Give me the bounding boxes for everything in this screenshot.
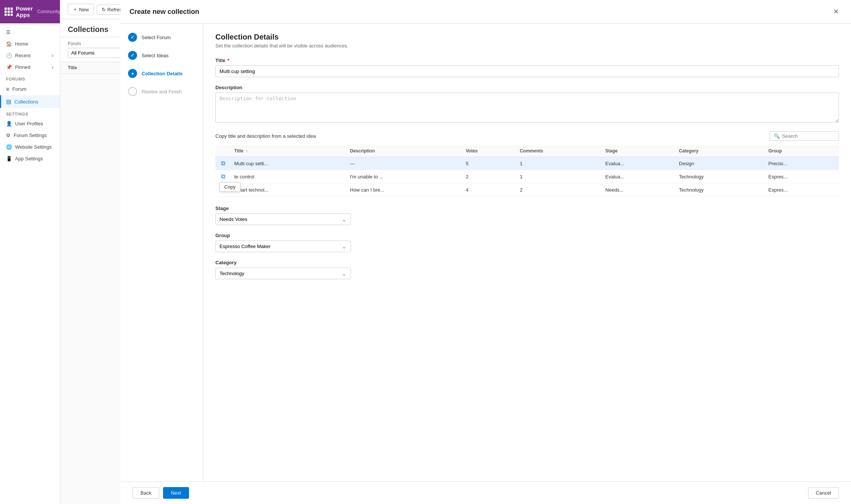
col-stage-header: Stage	[602, 145, 675, 157]
table-row: ⧉ Multi cup setti... --- 5 1 Evalua... D…	[215, 157, 839, 170]
stage-field: Stage Needs Votes Under Review Completed	[215, 206, 839, 225]
hamburger-icon: ☰	[6, 29, 11, 35]
copy-icon-1[interactable]: ⧉	[220, 159, 227, 167]
user-profiles-icon: 👤	[6, 121, 12, 126]
step-select-forum: ✓ Select Forum	[128, 33, 195, 42]
sidebar-item-home[interactable]: 🏠 Home	[0, 38, 60, 50]
sidebar-item-recent[interactable]: 🕐 Recent ∨	[0, 50, 60, 61]
refresh-icon: ↻	[102, 7, 106, 12]
row-category-2: Technology	[675, 170, 765, 183]
app-settings-icon: 📱	[6, 156, 12, 161]
group-field: Group Espresso Coffee Maker Precision Gr…	[215, 233, 839, 252]
col-votes-header: Votes	[462, 145, 516, 157]
collections-title-text: Collections	[68, 25, 108, 33]
stage-select[interactable]: Needs Votes Under Review Completed	[215, 213, 351, 225]
app-settings-label: App Settings	[15, 156, 54, 161]
step-select-ideas: ✓ Select Ideas	[128, 51, 195, 60]
row-title-1: Multi cup setti...	[230, 157, 346, 170]
sidebar-item-forum-settings[interactable]: ⚙ Forum Settings	[0, 129, 60, 141]
row-stage-1: Evalua...	[602, 157, 675, 170]
group-select-wrapper: Espresso Coffee Maker Precision Grinder	[215, 241, 351, 252]
forums-section-label: Forums	[0, 73, 60, 83]
col-group-header: Group	[765, 145, 839, 157]
title-input[interactable]	[215, 65, 839, 77]
step-label-details: Collection Details	[142, 71, 183, 76]
category-select[interactable]: Technology Design Other	[215, 268, 351, 279]
app-context: Community	[37, 9, 60, 14]
row-comments-3: 2	[516, 183, 601, 196]
cancel-button[interactable]: Cancel	[808, 487, 839, 499]
table-row: ⧉ Copy te control I'm unable to ... 2 1 …	[215, 170, 839, 183]
form-section-title: Collection Details	[215, 33, 839, 41]
app-name: Power Apps	[16, 5, 33, 18]
description-label: Description	[215, 85, 839, 90]
row-title-2: te control	[230, 170, 346, 183]
chevron-down-icon: ∨	[51, 53, 54, 58]
row-votes-2: 2	[462, 170, 516, 183]
next-button[interactable]: Next	[163, 487, 189, 499]
col-description-header: Description	[346, 145, 462, 157]
sidebar-item-user-profiles[interactable]: 👤 User Profiles	[0, 118, 60, 129]
row-category-1: Design	[675, 157, 765, 170]
copy-icon-2[interactable]: ⧉	[220, 172, 227, 180]
description-textarea[interactable]	[215, 93, 839, 123]
copy-cell-1: ⧉	[215, 157, 230, 170]
col-title-header[interactable]: Title ↑	[230, 145, 346, 157]
back-button[interactable]: Back	[133, 487, 159, 499]
home-icon: 🏠	[6, 41, 12, 47]
col-copy-header	[215, 145, 230, 157]
website-settings-icon: 🌐	[6, 144, 12, 150]
title-label: Title *	[215, 58, 839, 63]
recent-label: Recent	[15, 53, 48, 58]
sidebar-item-collections[interactable]: ▤ Collections	[0, 95, 60, 108]
search-box[interactable]: 🔍	[770, 131, 839, 141]
forum-settings-label: Forum Settings	[14, 132, 54, 138]
row-desc-3: How can I bre...	[346, 183, 462, 196]
create-collection-dialog: Create new collection ✕ ✓ Select Forum ✓…	[120, 0, 851, 504]
dialog-close-button[interactable]: ✕	[830, 6, 842, 17]
row-votes-3: 4	[462, 183, 516, 196]
step-label-ideas: Select Ideas	[142, 53, 169, 58]
new-button[interactable]: ＋ New	[68, 4, 94, 15]
footer-right-buttons: Cancel	[808, 487, 839, 499]
pin-icon: 📌	[6, 64, 12, 70]
sidebar-item-website-settings[interactable]: 🌐 Website Settings	[0, 141, 60, 153]
form-content: Collection Details Set the collection de…	[203, 24, 851, 481]
sidebar-item-pinned[interactable]: 📌 Pinned ∨	[0, 61, 60, 73]
forum-icon: ≡	[6, 86, 9, 92]
forum-nav-label: Forum	[12, 86, 54, 92]
form-section-subtitle: Set the collection details that will be …	[215, 43, 839, 49]
title-field: Title *	[215, 58, 839, 77]
row-group-1: Precisi...	[765, 157, 839, 170]
website-settings-label: Website Settings	[15, 144, 54, 150]
row-category-3: Technology	[675, 183, 765, 196]
col-comments-header: Comments	[516, 145, 601, 157]
copy-cell-2: ⧉ Copy	[215, 170, 230, 183]
step-circle-forum: ✓	[128, 33, 137, 42]
sidebar-item-app-settings[interactable]: 📱 App Settings	[0, 153, 60, 164]
stage-label: Stage	[215, 206, 839, 211]
col-category-header: Category	[675, 145, 765, 157]
row-group-2: Espres...	[765, 170, 839, 183]
step-review-finish: Review and Finish	[128, 87, 195, 96]
sidebar-header: Power Apps Community	[0, 0, 60, 23]
settings-section-label: Settings	[0, 108, 60, 118]
step-label-review: Review and Finish	[142, 89, 181, 94]
category-label: Category	[215, 260, 839, 265]
description-field: Description	[215, 85, 839, 124]
forum-filter-input[interactable]	[68, 48, 128, 58]
step-circle-details: ●	[128, 69, 137, 78]
step-label-forum: Select Forum	[142, 35, 171, 40]
group-select[interactable]: Espresso Coffee Maker Precision Grinder	[215, 241, 351, 252]
step-circle-ideas: ✓	[128, 51, 137, 60]
sidebar-item-menu[interactable]: ☰	[0, 26, 60, 38]
row-desc-1: ---	[346, 157, 462, 170]
search-icon: 🔍	[774, 133, 780, 139]
search-input[interactable]	[782, 133, 835, 139]
copy-section-header: Copy title and description from a select…	[215, 131, 839, 141]
footer-left-buttons: Back Next	[133, 487, 189, 499]
row-desc-2: I'm unable to ...	[346, 170, 462, 183]
dialog-footer: Back Next Cancel	[120, 481, 851, 504]
row-comments-2: 1	[516, 170, 601, 183]
sidebar-item-forum[interactable]: ≡ Forum	[0, 83, 60, 95]
